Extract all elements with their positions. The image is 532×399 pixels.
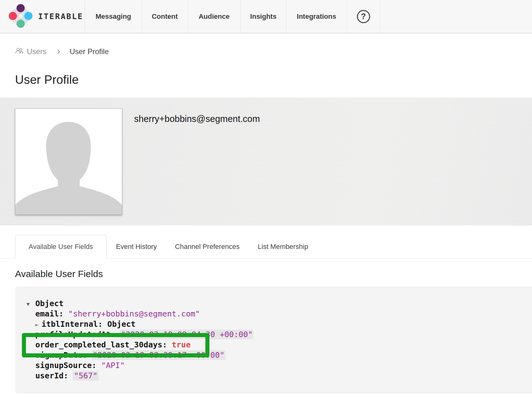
field-value: Object <box>107 320 135 329</box>
field-value: "API" <box>101 361 125 370</box>
tab-channel-preferences[interactable]: Channel Preferences <box>175 243 240 251</box>
tree-row-signupSource: signupSource: "API" <box>27 360 532 371</box>
triangle-right-icon[interactable]: ► <box>35 322 38 328</box>
tab-list-membership[interactable]: List Membership <box>258 243 308 251</box>
field-key: signupDate: <box>35 351 92 360</box>
tree-row-itblInternal: ►itblInternal: Object <box>27 319 532 329</box>
nav-item-audience[interactable]: Audience <box>188 0 240 33</box>
tree-row-signupDate: signupDate: "2020-03-19 03:39:17 +00:00" <box>27 350 532 360</box>
field-key: userId: <box>35 371 73 380</box>
tree-row-profileUpdatedAt: profileUpdatedAt: "2020-03-19 09:04:30 +… <box>27 329 532 340</box>
field-value: "567" <box>73 371 98 381</box>
top-navbar: ITERABLE MessagingContentAudienceInsight… <box>0 0 532 33</box>
field-value: "2020-03-19 09:04:30 +00:00" <box>120 330 253 339</box>
tree-rows: email: "sherry+bobbins@segment.com"►itbl… <box>27 309 532 381</box>
field-key: email: <box>35 309 68 318</box>
page-title: User Profile <box>15 71 532 88</box>
avatar <box>15 109 122 215</box>
iterable-logo-mark-icon <box>9 4 33 29</box>
nav-item-integrations[interactable]: Integrations <box>286 0 347 33</box>
breadcrumb: Users › User Profile <box>15 47 532 56</box>
profile-header-band: sherry+bobbins@segment.com <box>0 98 532 225</box>
tree-root-row: ▼Object <box>27 298 532 309</box>
profile-email: sherry+bobbins@segment.com <box>134 114 260 124</box>
tree-row-order_completed_last_30days: order_completed_last_30days: true <box>27 340 532 350</box>
breadcrumb-current: User Profile <box>70 47 109 56</box>
question-mark-circle-icon: ? <box>357 10 370 23</box>
iterable-logo-text: ITERABLE <box>38 12 83 21</box>
section-heading: Available User Fields <box>15 269 532 279</box>
tree-row-email: email: "sherry+bobbins@segment.com" <box>27 309 532 319</box>
chevron-right-icon: › <box>57 46 60 56</box>
field-value: "sherry+bobbins@segment.com" <box>68 309 200 318</box>
help-button[interactable]: ? <box>347 0 380 33</box>
breadcrumb-users-label: Users <box>27 47 47 56</box>
breadcrumb-users-link[interactable]: Users <box>15 47 47 56</box>
field-key: profileUpdatedAt: <box>35 330 120 339</box>
field-value: "2020-03-19 03:39:17 +00:00" <box>92 350 225 360</box>
tree-row-userId: userId: "567" <box>27 371 532 381</box>
nav-item-messaging[interactable]: Messaging <box>85 0 142 33</box>
nav-items: MessagingContentAudienceInsightsIntegrat… <box>85 0 347 33</box>
profile-tabs: Available User FieldsEvent HistoryChanne… <box>0 235 532 259</box>
triangle-down-icon[interactable]: ▼ <box>27 299 35 309</box>
nav-item-content[interactable]: Content <box>142 0 188 33</box>
tab-event-history[interactable]: Event History <box>116 243 157 251</box>
person-silhouette-icon <box>15 109 122 215</box>
field-key: itblInternal: <box>42 320 108 329</box>
tree-root-label: Object <box>35 299 63 308</box>
field-value: true <box>172 340 191 349</box>
tab-available-user-fields[interactable]: Available User Fields <box>15 235 107 259</box>
user-fields-tree: ▼Object email: "sherry+bobbins@segment.c… <box>15 286 532 394</box>
field-key: signupSource: <box>35 361 101 370</box>
iterable-logo[interactable]: ITERABLE <box>0 0 85 33</box>
users-icon <box>15 47 24 56</box>
field-key: order_completed_last_30days: <box>35 340 172 349</box>
nav-item-insights[interactable]: Insights <box>240 0 286 33</box>
